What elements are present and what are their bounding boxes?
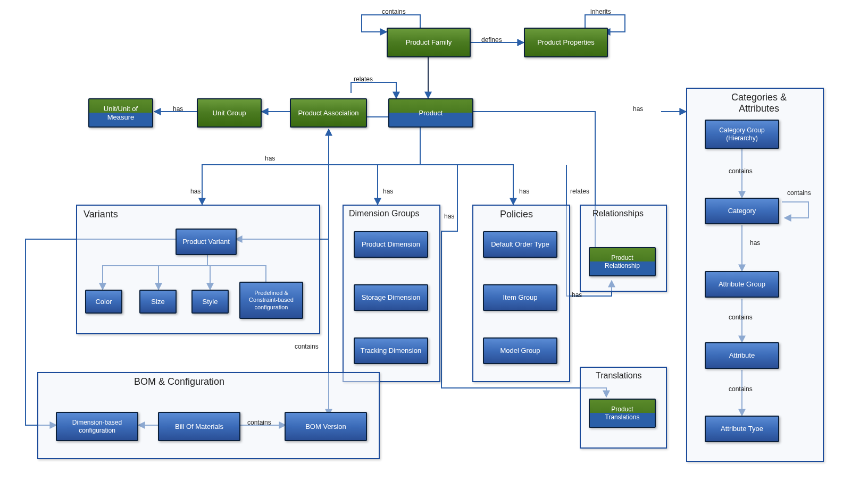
node-category-group: Category Group (Hierarchy) [705,120,779,149]
node-product-association: Product Association [290,98,367,128]
group-title-policies: Policies [500,209,533,220]
node-predefined: Predefined & Constraint-based configurat… [239,282,303,319]
label-has-variants: has [190,188,201,195]
label-defines: defines [481,36,502,44]
node-category: Category [705,198,779,224]
node-product-variant: Product Variant [176,229,237,255]
node-product-dimension: Product Dimension [354,231,428,258]
label-contains-bomv: contains [247,419,271,426]
label-has-policies: has [519,188,529,195]
node-attribute-group: Attribute Group [705,271,779,298]
group-title-variants: Variants [84,209,118,220]
label-has-rel2: has [572,291,582,299]
label-contains-attgrp: contains [729,314,753,321]
node-product-relationship: Product Relationship [589,247,656,276]
node-dimension-based-config: Dimension-based configuration [56,412,138,441]
label-has-ug: has [173,105,183,113]
node-product-properties: Product Properties [524,28,608,57]
label-inherits: inherits [590,8,611,15]
node-bill-of-materials: Bill Of Materials [158,412,240,441]
node-size: Size [139,290,177,314]
label-contains-att: contains [729,385,753,393]
group-title-relationships: Relationships [592,209,644,218]
label-has-catgrp: has [633,105,643,113]
node-storage-dimension: Storage Dimension [354,284,428,311]
node-attribute-type: Attribute Tyoe [705,416,779,442]
node-default-order-type: Default Order Type [483,231,557,258]
label-has-cat: has [750,239,760,247]
label-relates-pa: relates [354,75,373,83]
node-color: Color [85,290,122,314]
node-tracking-dimension: Tracking Dimension [354,337,428,364]
label-has-trans: has [444,213,454,220]
label-contains-catself: contains [787,189,811,197]
node-model-group: Model Group [483,337,557,364]
node-unit-group: Unit Group [197,98,262,128]
node-style: Style [191,290,229,314]
node-product: Product [388,98,473,128]
node-attribute: Attribute [705,342,779,369]
node-unit-uom: Unit/Unit of Measure [88,98,153,128]
node-item-group: Item Group [483,284,557,311]
node-product-family: Product Family [387,28,471,57]
label-contains-catgrp: contains [729,167,753,175]
group-title-dimension: Dimension Groups [349,209,420,218]
label-contains-bom: contains [295,343,319,350]
label-has-pa2: has [265,155,275,162]
label-contains-pf: contains [382,8,406,15]
node-product-translations: Product Translations [589,399,656,428]
node-bom-version: BOM Version [285,412,367,441]
label-relates-rel: relates [570,188,589,195]
group-title-bom: BOM & Configuration [134,376,224,387]
label-has-dims: has [383,188,393,195]
group-title-categories: Categories & Attributes [719,92,799,114]
group-title-translations: Translations [596,371,642,381]
